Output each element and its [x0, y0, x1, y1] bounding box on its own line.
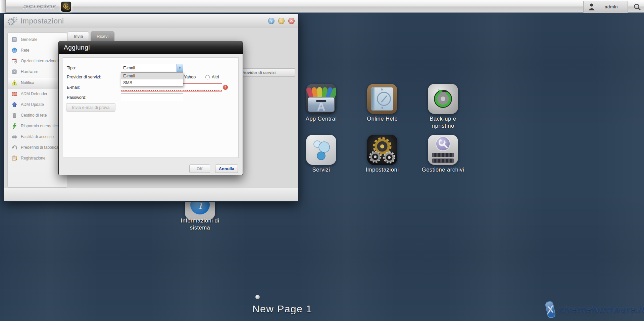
sidebar-label: Registrazione: [21, 156, 45, 160]
chevron-down-icon[interactable]: ▼: [177, 64, 183, 72]
drive-bay: [432, 153, 454, 157]
sidebar-item-generale[interactable]: Generale: [8, 34, 67, 45]
dropdown-option-sms[interactable]: SMS: [121, 79, 183, 86]
cancel-button[interactable]: Annulla: [215, 165, 238, 173]
hardware-icon: [11, 69, 17, 75]
sidebar-item-opzioni-internazionali[interactable]: Opzioni internazionali: [8, 56, 67, 66]
services-molecule-icon: [309, 138, 333, 162]
settings-gear-icon: [7, 17, 17, 25]
tipo-combobox[interactable]: E-mail ▼: [121, 64, 183, 72]
sidebar-label: Facilità di accesso: [21, 134, 54, 139]
sidebar-item-notifica[interactable]: Notifica: [8, 77, 67, 88]
help-button[interactable]: ?: [268, 18, 275, 24]
tray-slot: [316, 100, 326, 102]
sidebar-item-hardware[interactable]: Hardware: [8, 66, 67, 77]
icon-label-informazioni[interactable]: Informazioni di sistema: [177, 217, 224, 231]
window-footer: [4, 188, 298, 201]
firewall-icon: [11, 91, 17, 97]
topbar-left-tab[interactable]: [0, 0, 6, 13]
minimize-button[interactable]: −: [278, 18, 285, 24]
aggiungi-dialog: Aggiungi Tipo: Provider di servizi: E-ma…: [58, 41, 243, 175]
update-arrow-icon: [11, 102, 17, 108]
tipo-label: Tipo:: [67, 66, 76, 70]
icon-label-app-central[interactable]: App Central: [298, 115, 345, 122]
calendar-clock-icon: [11, 58, 17, 64]
send-test-email-button[interactable]: Invia e-mail di prova: [66, 103, 115, 112]
compass-n: N: [371, 88, 393, 91]
wrench-icon: [437, 138, 449, 150]
sidebar-item-adm-defender[interactable]: ADM Defender: [8, 88, 67, 99]
gold-gears-icon: [62, 3, 70, 10]
icon-label-impostazioni[interactable]: Impostazioni: [359, 166, 406, 173]
password-field[interactable]: [121, 93, 183, 101]
user-menu[interactable]: admin: [583, 1, 628, 13]
sidebar-item-facilita-di-accesso[interactable]: Facilità di accesso: [8, 131, 67, 142]
search-icon: [633, 3, 641, 11]
close-button[interactable]: ✕: [288, 18, 295, 24]
sidebar-label: Risparmio energetico: [21, 124, 59, 128]
asustor-logo: asustor: [23, 1, 56, 12]
backup-ring-icon: [432, 87, 454, 110]
desktop-icon-servizi[interactable]: [306, 135, 336, 165]
grid-column-header-provider[interactable]: Provider di servizi: [240, 68, 295, 77]
error-icon: !: [223, 85, 228, 90]
icon-label-servizi[interactable]: Servizi: [298, 166, 345, 173]
window-title: Impostazioni: [20, 17, 64, 25]
sidebar-item-rete[interactable]: Rete: [8, 45, 67, 56]
network-globe-icon: [11, 47, 17, 53]
username: admin: [595, 4, 628, 9]
lightning-icon: [11, 123, 17, 129]
window-titlebar[interactable]: Impostazioni: [4, 14, 298, 28]
compass-s: S: [371, 107, 393, 110]
tab-invia[interactable]: Invia: [68, 31, 89, 41]
sidebar-item-risparmio-energetico[interactable]: Risparmio energetico: [8, 121, 67, 131]
search-button[interactable]: [633, 2, 642, 12]
dialog-title[interactable]: Aggiungi: [59, 41, 243, 54]
trash-icon: [11, 112, 17, 118]
dropdown-option-email[interactable]: E-mail: [121, 73, 183, 79]
provider-label: Provider di servizi:: [67, 75, 101, 79]
ok-button[interactable]: OK: [189, 165, 210, 173]
sidebar-item-cestino-di-rete[interactable]: Cestino di rete: [8, 110, 67, 121]
radio-label-yahoo[interactable]: Yahoo: [184, 75, 196, 79]
watermark: X xtremehardware.it: [546, 299, 644, 320]
tipo-dropdown-list: E-mail SMS: [121, 72, 183, 86]
radio-altri[interactable]: [205, 75, 210, 79]
app-central-tray: A: [308, 97, 335, 112]
sidebar-label: Generale: [21, 37, 37, 42]
printer-icon: [11, 134, 17, 140]
sidebar-item-adm-update[interactable]: ADM Update: [8, 99, 67, 110]
desktop-icon-gestione-archivi[interactable]: [428, 135, 458, 165]
sidebar-label: Cestino di rete: [21, 113, 47, 118]
sidebar-label: Rete: [21, 48, 29, 53]
page-label: New Page 1: [232, 303, 333, 315]
taskbar-settings-icon[interactable]: [61, 1, 71, 12]
desktop-icon-backup[interactable]: [428, 84, 458, 114]
undo-arrow-icon: [11, 144, 17, 150]
silver-gear-icon: [368, 150, 382, 164]
drive-bay: [432, 158, 454, 163]
sidebar-label: Notifica: [21, 80, 34, 85]
page-indicator-dot[interactable]: [255, 295, 260, 299]
radio-label-altri[interactable]: Altri: [212, 75, 219, 79]
password-label: Password:: [67, 95, 86, 100]
sidebar-label: Opzioni internazionali: [21, 59, 59, 63]
silver-gear-icon: [383, 151, 396, 164]
tipo-combobox-value: E-mail: [121, 66, 177, 70]
email-label: E-mail:: [67, 85, 80, 90]
sidebar-label: Hardware: [21, 69, 38, 74]
server-icon: [11, 37, 17, 43]
desktop-icon-online-help[interactable]: N S: [367, 84, 397, 114]
watermark-text: xtremehardware.it: [558, 304, 644, 315]
topbar: asustor admin: [0, 0, 644, 13]
sidebar-label: ADM Update: [21, 102, 44, 107]
desktop-icon-impostazioni[interactable]: [367, 135, 397, 165]
icon-label-backup[interactable]: Back-up e ripristino: [423, 115, 463, 129]
icon-label-gestione[interactable]: Gestione archivi: [419, 166, 466, 173]
sidebar-item-registrazione[interactable]: Registrazione: [8, 153, 67, 164]
sidebar-item-predefiniti-di-fabbrica[interactable]: Predefiniti di fabbrica: [8, 142, 67, 153]
tab-ricevi[interactable]: Ricevi: [91, 31, 114, 41]
icon-label-online-help[interactable]: Online Help: [359, 115, 406, 122]
desktop-icon-app-central[interactable]: A: [306, 84, 336, 114]
sidebar-label: ADM Defender: [21, 91, 47, 96]
